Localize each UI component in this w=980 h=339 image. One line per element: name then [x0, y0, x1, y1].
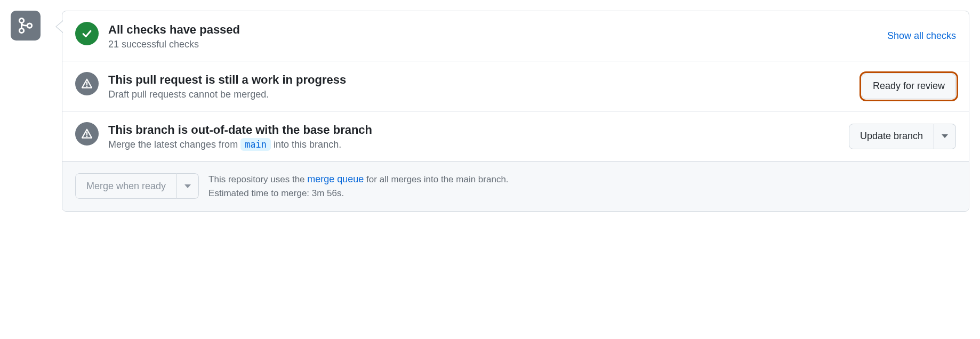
update-branch-group: Update branch: [849, 124, 956, 149]
chevron-down-icon: [942, 134, 948, 138]
merge-when-ready-group: Merge when ready: [75, 173, 199, 199]
checks-subtitle: 21 successful checks: [108, 39, 878, 50]
merge-when-ready-button[interactable]: Merge when ready: [75, 173, 177, 199]
outofdate-subtitle: Merge the latest changes from main into …: [108, 139, 839, 150]
outofdate-section: This branch is out-of-date with the base…: [62, 111, 969, 162]
update-branch-button[interactable]: Update branch: [849, 124, 934, 149]
outofdate-text: This branch is out-of-date with the base…: [108, 122, 839, 150]
checks-text: All checks have passed 21 successful che…: [108, 22, 878, 50]
merge-info-suffix: for all merges into the main branch.: [364, 174, 508, 184]
checks-section: All checks have passed 21 successful che…: [62, 11, 969, 61]
git-merge-badge: [11, 11, 41, 41]
show-all-checks-link[interactable]: Show all checks: [887, 30, 956, 41]
draft-title: This pull request is still a work in pro…: [108, 73, 852, 87]
draft-subtitle: Draft pull requests cannot be merged.: [108, 89, 852, 100]
merge-footer: Merge when ready This repository uses th…: [62, 162, 969, 211]
outofdate-title: This branch is out-of-date with the base…: [108, 123, 839, 137]
pr-merge-status: All checks have passed 21 successful che…: [11, 11, 969, 212]
merge-when-ready-dropdown[interactable]: [177, 173, 199, 199]
svg-point-0: [19, 19, 23, 23]
draft-section: This pull request is still a work in pro…: [62, 61, 969, 111]
svg-point-2: [27, 23, 31, 28]
svg-point-4: [86, 86, 87, 87]
check-success-icon: [75, 22, 99, 45]
merge-queue-link[interactable]: merge queue: [307, 174, 364, 184]
outofdate-sub-suffix: into this branch.: [271, 139, 341, 150]
ready-for-review-button[interactable]: Ready for review: [862, 74, 956, 99]
svg-point-6: [86, 136, 87, 137]
update-branch-dropdown[interactable]: [934, 124, 956, 149]
alert-icon: [75, 72, 99, 95]
alert-icon: [75, 122, 99, 146]
svg-point-1: [19, 28, 23, 33]
merge-info: This repository uses the merge queue for…: [208, 172, 508, 200]
git-merge-icon: [18, 18, 34, 34]
merge-box: All checks have passed 21 successful che…: [62, 11, 969, 212]
outofdate-sub-prefix: Merge the latest changes from: [108, 139, 240, 150]
checks-title: All checks have passed: [108, 23, 878, 37]
merge-info-prefix: This repository uses the: [208, 174, 307, 184]
base-branch-name: main: [240, 138, 271, 151]
chevron-down-icon: [184, 184, 191, 188]
merge-estimate: Estimated time to merge: 3m 56s.: [208, 187, 508, 200]
draft-text: This pull request is still a work in pro…: [108, 72, 852, 100]
